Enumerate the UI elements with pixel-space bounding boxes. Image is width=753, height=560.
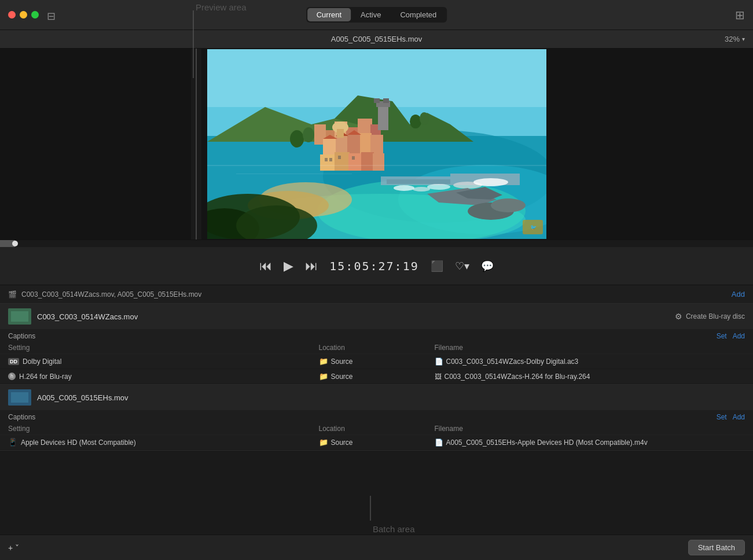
output-location-label-2-1: Source <box>331 439 353 447</box>
svg-rect-28 <box>337 129 344 138</box>
add-source-icon: + <box>8 543 13 552</box>
output-location-2-1: 📁 Source <box>319 438 435 447</box>
tab-completed[interactable]: Completed <box>391 8 446 21</box>
output-row-1-2[interactable]: h H.264 for Blu-ray 📁 Source 🖼 C003_C003… <box>0 369 753 384</box>
settings-icon-button[interactable]: ⊞ <box>735 8 745 22</box>
captions-icon: 💬 <box>481 260 494 272</box>
svg-point-56 <box>410 115 421 128</box>
captions-label-1: Captions <box>8 332 35 340</box>
timecode-display: 15:05:27:19 <box>329 259 418 273</box>
svg-text:Batch area: Batch area <box>373 524 415 534</box>
svg-rect-36 <box>338 156 341 159</box>
batch-item-1-captions-row: Captions Set Add <box>0 329 753 342</box>
folder-icon-2-1: 📁 <box>319 438 328 447</box>
controls-row: ⏮ ▶ ⏭ 15:05:27:19 ⬛ ♡▾ 💬 <box>0 247 753 285</box>
output-table-2-header: Setting Location Filename <box>0 423 753 435</box>
compare-button[interactable]: ♡▾ <box>455 260 469 272</box>
output-setting-1-2: h H.264 for Blu-ray <box>8 373 319 381</box>
add-source-button[interactable]: + ˅ <box>8 543 19 552</box>
zoom-value: 32% <box>725 35 740 43</box>
svg-rect-18 <box>383 98 389 103</box>
captions-button[interactable]: 💬 <box>481 260 494 272</box>
svg-point-55 <box>303 127 314 142</box>
zoom-control[interactable]: 32% ▾ <box>725 35 745 43</box>
batch-item-1-name: C003_C003_0514WZacs.mov <box>37 312 669 321</box>
captions-set-button-2[interactable]: Set <box>717 413 727 421</box>
batch-item-1-action: ⚙ Create Blu-ray disc <box>675 312 745 321</box>
svg-rect-15 <box>378 104 388 130</box>
sidebar-toggle-button[interactable]: ⊟ <box>46 10 58 20</box>
view-toggle-button[interactable]: ⬛ <box>431 260 443 272</box>
batch-item-2-header[interactable]: A005_C005_0515EHs.mov <box>0 385 753 410</box>
output-filename-label-1-2: C003_C003_0514WZacs-H.264 for Blu-ray.26… <box>445 373 590 381</box>
svg-rect-50 <box>207 165 546 166</box>
output-location-label-1-1: Source <box>331 358 353 366</box>
batch-add-button[interactable]: Add <box>732 290 745 299</box>
output-setting-1-1: DD Dolby Digital <box>8 358 319 366</box>
svg-rect-35 <box>329 158 332 161</box>
start-batch-button[interactable]: Start Batch <box>688 540 745 555</box>
folder-icon-1-2: 📁 <box>319 372 328 381</box>
output-setting-label-1-2: H.264 for Blu-ray <box>19 373 72 381</box>
batch-item-2: A005_C005_0515EHs.mov Captions Set Add S… <box>0 385 753 451</box>
output-table-1-header: Setting Location Filename <box>0 342 753 354</box>
scrubber-track[interactable] <box>0 240 753 247</box>
tab-current[interactable]: Current <box>307 8 351 21</box>
batch-item-1-action-label: Create Blu-ray disc <box>686 312 745 320</box>
minimize-button[interactable] <box>20 11 27 19</box>
svg-rect-34 <box>325 158 328 161</box>
svg-rect-64 <box>11 311 28 322</box>
tab-active[interactable]: Active <box>351 8 390 21</box>
close-button[interactable] <box>8 11 16 19</box>
play-button[interactable]: ▶ <box>284 259 293 274</box>
file-icon-1-1: 📄 <box>435 358 443 366</box>
captions-label-2: Captions <box>8 413 35 421</box>
svg-point-43 <box>427 184 450 190</box>
output-filename-label-2-1: A005_C005_0515EHs-Apple Devices HD (Most… <box>446 439 648 447</box>
col-filename-1: Filename <box>435 344 745 352</box>
output-row-1-1[interactable]: DD Dolby Digital 📁 Source 📄 C003_C003_05… <box>0 354 753 369</box>
col-setting-1: Setting <box>8 344 319 352</box>
go-to-start-icon: ⏮ <box>259 259 272 274</box>
col-location-2: Location <box>319 425 435 433</box>
batch-item-1-header[interactable]: C003_C003_0514WZacs.mov ⚙ Create Blu-ray… <box>0 304 753 329</box>
svg-rect-66 <box>11 392 28 403</box>
output-setting-label-1-1: Dolby Digital <box>23 358 61 366</box>
batch-header-filename: C003_C003_0514WZacs.mov, A005_C005_0515E… <box>21 290 201 299</box>
preview-image: 🐦 <box>207 49 546 239</box>
captions-actions-1: Set Add <box>717 332 745 340</box>
titlebar: ⊟ Current Active Completed ⊞ <box>0 0 753 30</box>
go-to-start-button[interactable]: ⏮ <box>259 259 272 274</box>
svg-rect-51 <box>236 174 352 174</box>
svg-point-45 <box>473 178 508 186</box>
captions-add-button-1[interactable]: Add <box>733 332 745 340</box>
svg-point-42 <box>413 187 430 191</box>
batch-header-icon: 🎬 <box>8 290 17 299</box>
output-table-1: Setting Location Filename DD Dolby Digit… <box>0 342 753 384</box>
preview-area: 🐦 <box>0 49 753 240</box>
tab-group: Current Active Completed <box>306 7 447 23</box>
output-location-1-1: 📁 Source <box>319 357 435 366</box>
scrubber-handle[interactable] <box>12 241 18 246</box>
captions-add-button-2[interactable]: Add <box>733 413 745 421</box>
gear-icon: ⚙ <box>675 312 682 321</box>
file-icon-2-1: 📄 <box>435 439 443 447</box>
output-setting-2-1: 📱 Apple Devices HD (Most Compatible) <box>8 438 319 447</box>
svg-rect-37 <box>352 156 355 160</box>
view-toggle-icon: ⬛ <box>431 260 443 272</box>
output-row-2-1[interactable]: 📱 Apple Devices HD (Most Compatible) 📁 S… <box>0 435 753 450</box>
batch-item-1-thumbnail <box>8 308 31 325</box>
go-to-end-button[interactable]: ⏭ <box>305 259 318 274</box>
svg-rect-31 <box>348 153 362 171</box>
captions-set-button-1[interactable]: Set <box>717 332 727 340</box>
col-filename-2: Filename <box>435 425 745 433</box>
batch-item-2-name: A005_C005_0515EHs.mov <box>37 393 745 402</box>
traffic-lights <box>0 11 39 19</box>
svg-rect-17 <box>374 98 380 103</box>
batch-header: 🎬 C003_C003_0514WZacs.mov, A005_C005_051… <box>0 285 753 304</box>
captions-actions-2: Set Add <box>717 413 745 421</box>
fullscreen-button[interactable] <box>31 11 39 19</box>
add-source-chevron-icon: ˅ <box>15 543 19 552</box>
svg-rect-32 <box>361 152 374 171</box>
folder-icon-1-1: 📁 <box>319 357 328 366</box>
